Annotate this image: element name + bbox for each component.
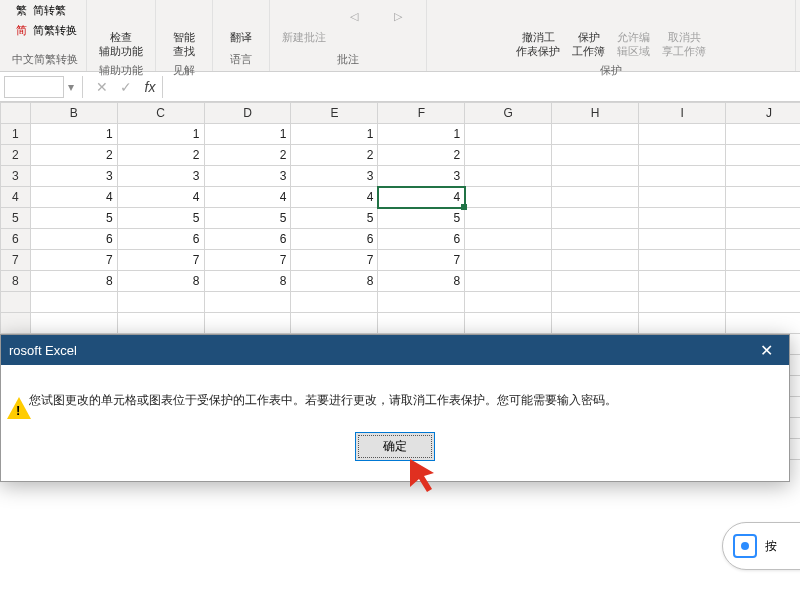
column-header[interactable]: B: [30, 103, 117, 124]
cell[interactable]: 2: [30, 145, 117, 166]
cell[interactable]: [378, 292, 465, 313]
cell[interactable]: 1: [291, 124, 378, 145]
cell[interactable]: 4: [30, 187, 117, 208]
simp-to-trad-button[interactable]: 繁 简转繁: [13, 2, 66, 18]
cell[interactable]: 8: [204, 271, 291, 292]
cell[interactable]: [639, 313, 726, 334]
row-header[interactable]: [1, 313, 31, 334]
cell[interactable]: 5: [291, 208, 378, 229]
cell[interactable]: 5: [117, 208, 204, 229]
check-accessibility-button[interactable]: 检查 辅助功能: [95, 2, 147, 61]
cell[interactable]: [30, 313, 117, 334]
cell[interactable]: 2: [291, 145, 378, 166]
new-comment-button[interactable]: 新建批注: [278, 2, 330, 46]
dialog-close-button[interactable]: ✕: [743, 335, 789, 365]
cell[interactable]: 8: [378, 271, 465, 292]
cell[interactable]: [639, 187, 726, 208]
cell[interactable]: [639, 292, 726, 313]
fx-icon[interactable]: fx: [138, 79, 162, 95]
row-header[interactable]: 2: [1, 145, 31, 166]
cell[interactable]: [726, 145, 800, 166]
enter-formula-icon[interactable]: ✓: [114, 79, 138, 95]
cell[interactable]: 3: [30, 166, 117, 187]
row-header[interactable]: 7: [1, 250, 31, 271]
translate-button[interactable]: 翻译: [221, 2, 261, 46]
cell[interactable]: [465, 292, 552, 313]
smart-lookup-button[interactable]: 智能 查找: [164, 2, 204, 61]
row-header[interactable]: 8: [1, 271, 31, 292]
column-header[interactable]: J: [726, 103, 800, 124]
cell[interactable]: 1: [30, 124, 117, 145]
cell[interactable]: [726, 313, 800, 334]
cell[interactable]: [204, 292, 291, 313]
cell[interactable]: [30, 292, 117, 313]
column-header[interactable]: H: [552, 103, 639, 124]
cell[interactable]: [639, 166, 726, 187]
row-header[interactable]: 6: [1, 229, 31, 250]
cell[interactable]: [465, 250, 552, 271]
cell[interactable]: 1: [204, 124, 291, 145]
cell[interactable]: 8: [291, 271, 378, 292]
cell[interactable]: [726, 166, 800, 187]
row-header[interactable]: [1, 292, 31, 313]
column-header[interactable]: D: [204, 103, 291, 124]
cell[interactable]: [726, 229, 800, 250]
column-header[interactable]: F: [378, 103, 465, 124]
name-box-dropdown-icon[interactable]: ▾: [68, 80, 78, 94]
cell[interactable]: [378, 313, 465, 334]
cell[interactable]: 1: [378, 124, 465, 145]
cell[interactable]: [639, 250, 726, 271]
cell[interactable]: 6: [378, 229, 465, 250]
column-header[interactable]: C: [117, 103, 204, 124]
cell[interactable]: [204, 313, 291, 334]
name-box[interactable]: [4, 76, 64, 98]
cell[interactable]: 6: [117, 229, 204, 250]
cell[interactable]: 7: [117, 250, 204, 271]
cell[interactable]: 6: [30, 229, 117, 250]
cell[interactable]: [552, 229, 639, 250]
cell[interactable]: [552, 292, 639, 313]
cell[interactable]: 1: [117, 124, 204, 145]
cell[interactable]: 4: [204, 187, 291, 208]
cell[interactable]: 8: [30, 271, 117, 292]
cell[interactable]: [726, 124, 800, 145]
cell[interactable]: 7: [378, 250, 465, 271]
cell[interactable]: 8: [117, 271, 204, 292]
unprotect-sheet-button[interactable]: 撤消工 作表保护: [512, 2, 564, 61]
cell[interactable]: [465, 208, 552, 229]
cell[interactable]: 3: [291, 166, 378, 187]
row-header[interactable]: 4: [1, 187, 31, 208]
cell[interactable]: 4: [378, 187, 465, 208]
cell[interactable]: [552, 145, 639, 166]
protect-workbook-button[interactable]: 保护 工作簿: [568, 2, 609, 61]
row-header[interactable]: 1: [1, 124, 31, 145]
cell[interactable]: [552, 250, 639, 271]
cell[interactable]: 7: [204, 250, 291, 271]
row-header[interactable]: 5: [1, 208, 31, 229]
cell[interactable]: [726, 271, 800, 292]
cell[interactable]: [465, 145, 552, 166]
cell[interactable]: 4: [117, 187, 204, 208]
row-header[interactable]: 3: [1, 166, 31, 187]
cell[interactable]: [552, 271, 639, 292]
cell[interactable]: 3: [378, 166, 465, 187]
cell[interactable]: [639, 145, 726, 166]
cell[interactable]: [117, 292, 204, 313]
cell[interactable]: 7: [30, 250, 117, 271]
cell[interactable]: [117, 313, 204, 334]
floating-assist-button[interactable]: 按: [722, 522, 800, 570]
cell[interactable]: 3: [117, 166, 204, 187]
cell[interactable]: [552, 313, 639, 334]
cell[interactable]: [639, 229, 726, 250]
unshare-workbook-button[interactable]: 取消共 享工作簿: [658, 2, 710, 61]
cn-convert-button[interactable]: 简 简繁转换: [13, 22, 77, 38]
column-header[interactable]: G: [465, 103, 552, 124]
cell[interactable]: [726, 187, 800, 208]
cell[interactable]: 2: [204, 145, 291, 166]
cell[interactable]: 5: [204, 208, 291, 229]
cell[interactable]: [726, 292, 800, 313]
cell[interactable]: 2: [378, 145, 465, 166]
cell[interactable]: 6: [291, 229, 378, 250]
cell[interactable]: [291, 292, 378, 313]
cell[interactable]: [552, 124, 639, 145]
